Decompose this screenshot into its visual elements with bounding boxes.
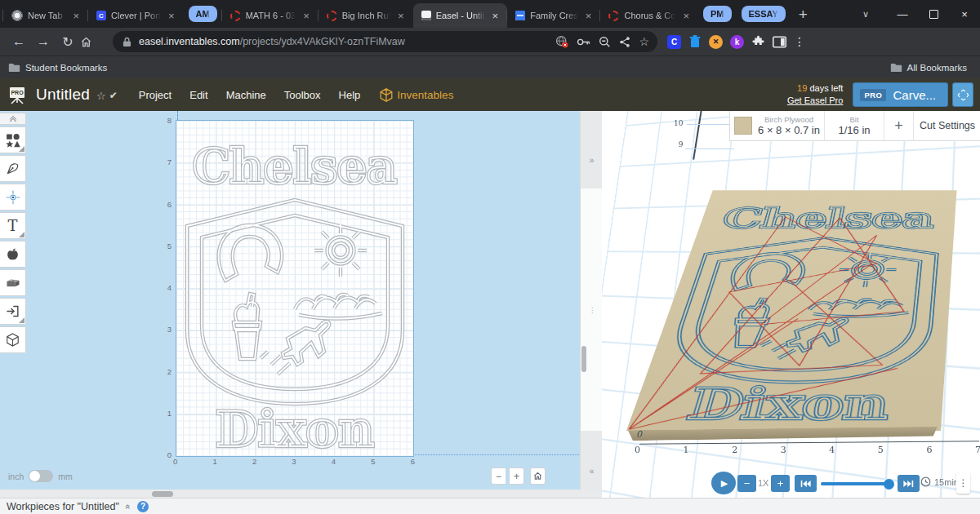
- simulate-play-button[interactable]: ▶: [711, 472, 736, 494]
- inventables-brand[interactable]: Inventables: [380, 88, 453, 102]
- horizontal-scrollbar[interactable]: [0, 490, 603, 498]
- tab-close-icon[interactable]: ×: [70, 10, 82, 22]
- tab-close-icon[interactable]: ×: [301, 10, 312, 22]
- window-minimize-button[interactable]: —: [887, 0, 918, 28]
- window-close-button[interactable]: ×: [949, 0, 980, 28]
- new-tab-button[interactable]: +: [791, 7, 816, 22]
- cube-icon: [5, 332, 20, 348]
- zoom-out-button[interactable]: −: [491, 467, 506, 485]
- browser-tab[interactable]: PM: [703, 6, 732, 22]
- preview-3d-panel[interactable]: 109: [602, 111, 980, 498]
- simulation-menu-button[interactable]: ⋮: [956, 472, 970, 494]
- blocked-site-extension-icon[interactable]: ✕: [709, 35, 723, 49]
- lego-brick-icon: [5, 275, 21, 291]
- all-bookmarks-folder[interactable]: All Bookmarks: [882, 63, 980, 73]
- material-cell[interactable]: Birch Plywood 6 × 8 × 0.7 in: [730, 111, 825, 140]
- menu-item[interactable]: Edit: [189, 89, 207, 101]
- bit-cell[interactable]: Bit 1/16 in: [825, 111, 884, 140]
- reload-icon[interactable]: ↻: [56, 34, 80, 50]
- menu-item[interactable]: Toolbox: [284, 89, 321, 101]
- unit-toggle[interactable]: inch mm: [8, 470, 73, 482]
- zoom-in-button[interactable]: +: [509, 467, 524, 485]
- carve-button[interactable]: PRO Carve...: [853, 82, 948, 107]
- browser-menu-icon[interactable]: ⋮: [794, 35, 805, 48]
- divider-drag-handle[interactable]: ⋮: [589, 309, 595, 312]
- browser-tab[interactable]: Big Inch Rul ×: [318, 3, 413, 28]
- menu-item[interactable]: Machine: [226, 89, 266, 101]
- project-title[interactable]: Untitled: [36, 86, 90, 104]
- tool-shapes-button[interactable]: [0, 126, 26, 153]
- favorite-star-icon[interactable]: ☆: [96, 90, 106, 102]
- zoom-home-button[interactable]: [530, 467, 546, 485]
- browser-tab[interactable]: C Clever | Port ×: [88, 3, 184, 28]
- easel-pro-logo-icon[interactable]: PRO: [7, 85, 28, 104]
- tab-label: PM: [710, 9, 724, 19]
- tool-apple-button[interactable]: [0, 241, 26, 268]
- scrollbar-thumb[interactable]: [152, 491, 173, 497]
- tab-close-icon[interactable]: ×: [490, 10, 501, 22]
- home-icon[interactable]: [80, 36, 105, 48]
- simulation-progress-slider[interactable]: [821, 482, 893, 485]
- browser-tab[interactable]: MATH 6 - 03 ×: [222, 3, 318, 28]
- share-icon[interactable]: [619, 36, 630, 48]
- slider-thumb[interactable]: [884, 479, 894, 490]
- bookmark-star-icon[interactable]: ☆: [639, 35, 649, 48]
- kami-extension-icon[interactable]: k: [730, 35, 744, 49]
- student-bookmarks-folder[interactable]: Student Bookmarks: [0, 63, 115, 73]
- window-restore-button[interactable]: [918, 0, 949, 28]
- inventables-logo-icon: [380, 88, 393, 102]
- browser-tab[interactable]: Easel - Untit ×: [413, 3, 508, 28]
- collapse-left-icon[interactable]: «: [590, 467, 595, 476]
- collapse-chevron-icon[interactable]: «: [123, 503, 133, 508]
- add-bit-button[interactable]: +: [884, 111, 914, 140]
- extensions-puzzle-icon[interactable]: [751, 35, 765, 49]
- zoom-icon[interactable]: [599, 36, 611, 48]
- browser-tab[interactable]: Chorus & Co ×: [600, 3, 698, 28]
- cut-settings-button[interactable]: Cut Settings: [914, 111, 980, 140]
- workpiece[interactable]: [176, 120, 414, 457]
- browser-tab[interactable]: ESSAY: [742, 6, 786, 22]
- unit-toggle-switch[interactable]: [29, 470, 53, 482]
- tab-close-icon[interactable]: ×: [680, 10, 692, 22]
- tool-brick-button[interactable]: [0, 269, 26, 296]
- browser-tab[interactable]: Family Cres ×: [507, 3, 600, 28]
- trash-extension-icon[interactable]: [688, 34, 702, 49]
- get-easel-pro-link[interactable]: Get Easel Pro: [787, 95, 843, 105]
- clever-extension-icon[interactable]: C: [667, 35, 681, 49]
- url-bar[interactable]: easel.inventables.com /projects/ydx4VAkG…: [113, 31, 657, 52]
- browser-tab[interactable]: New Tab ×: [3, 3, 88, 28]
- fullscreen-button[interactable]: [952, 82, 973, 107]
- browser-tab[interactable]: AM: [189, 6, 217, 22]
- tab-search-chevron-icon[interactable]: ∨: [856, 9, 887, 20]
- expand-right-icon[interactable]: »: [590, 156, 595, 165]
- workpieces-label[interactable]: Workpieces for "Untitled": [7, 501, 119, 512]
- rail-collapse-button[interactable]: [0, 113, 26, 125]
- tool-text-button[interactable]: T: [0, 212, 26, 239]
- tool-pen-button[interactable]: [0, 155, 26, 182]
- menu-item[interactable]: Project: [139, 89, 172, 101]
- menu-item[interactable]: Help: [339, 89, 361, 101]
- help-icon[interactable]: ?: [137, 501, 149, 512]
- tool-3d-button[interactable]: [0, 326, 26, 353]
- tool-import-button[interactable]: [0, 298, 26, 325]
- lock-icon: [122, 37, 131, 47]
- forward-icon[interactable]: →: [31, 34, 56, 49]
- speed-decrease-button[interactable]: −: [737, 475, 756, 492]
- tab-close-icon[interactable]: ×: [583, 10, 595, 22]
- tool-origin-button[interactable]: [0, 184, 26, 210]
- tab-label: Chorus & Co: [624, 11, 675, 20]
- back-icon[interactable]: ←: [7, 34, 31, 49]
- design-canvas[interactable]: 876543210 0123456 inch mm − +: [0, 111, 580, 490]
- vertical-scrollbar-thumb[interactable]: [581, 346, 586, 372]
- tab-close-icon[interactable]: ×: [395, 10, 407, 22]
- skip-to-end-button[interactable]: [898, 475, 920, 492]
- saved-check-icon: ✔: [109, 90, 118, 101]
- panel-divider[interactable]: » ⋮ «: [580, 111, 604, 490]
- side-panel-icon[interactable]: [773, 36, 786, 48]
- translate-blocked-icon[interactable]: [555, 35, 568, 48]
- tab-close-icon[interactable]: ×: [166, 10, 177, 22]
- skip-to-start-button[interactable]: [795, 475, 817, 492]
- speed-increase-button[interactable]: +: [771, 475, 790, 492]
- ruler-y-label: 8: [167, 116, 172, 125]
- password-key-icon[interactable]: [577, 37, 590, 47]
